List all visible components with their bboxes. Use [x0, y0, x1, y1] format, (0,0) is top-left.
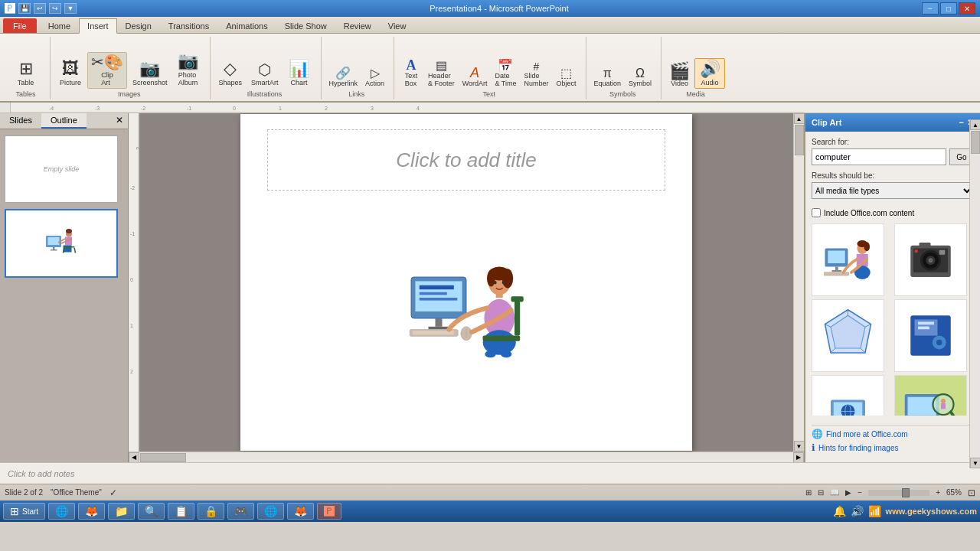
tab-design[interactable]: Design	[117, 18, 160, 33]
tab-outline[interactable]: Outline	[41, 113, 87, 129]
picture-button[interactable]: 🖼 Picture	[55, 58, 86, 89]
taskbar-ffox2[interactable]: 🦊	[287, 503, 314, 520]
audio-button[interactable]: 🔊 Audio	[694, 58, 725, 89]
action-button[interactable]: ▷ Action	[362, 66, 387, 89]
clipart-item-5[interactable]	[812, 375, 884, 416]
include-label[interactable]: Include Office.com content	[824, 209, 914, 217]
slide-thumb-2[interactable]: 2	[5, 209, 118, 278]
tab-insert[interactable]: Insert	[79, 18, 117, 34]
zoom-slider[interactable]	[868, 490, 929, 496]
close-button[interactable]: ✕	[959, 2, 975, 15]
scroll-up-arrow[interactable]: ▲	[794, 113, 805, 124]
svg-text:2: 2	[325, 106, 328, 111]
clipart-minimize-btn[interactable]: −	[959, 118, 964, 128]
find-more-link[interactable]: 🌐 Find more at Office.com	[812, 429, 974, 439]
maximize-button[interactable]: □	[940, 2, 957, 15]
taskbar-chrome[interactable]: 🌐	[257, 503, 284, 520]
ribbon-group-illustrations: ◇ Shapes ⬡ SmartArt 📊 Chart Illustration…	[212, 37, 322, 99]
watermark-text: www.geekyshows.com	[886, 507, 977, 516]
tab-animations[interactable]: Animations	[217, 18, 276, 33]
shapes-button[interactable]: ◇ Shapes	[215, 58, 247, 89]
results-dropdown[interactable]: All media file types	[812, 182, 974, 199]
tab-transitions[interactable]: Transitions	[160, 18, 217, 33]
svg-text:1: 1	[279, 106, 282, 111]
taskbar-ie[interactable]: 🌐	[48, 503, 75, 520]
horizontal-scroll-thumb[interactable]	[140, 453, 186, 462]
view-normal-btn[interactable]: ⊞	[805, 488, 812, 497]
textbox-button[interactable]: A TextBox	[399, 57, 423, 89]
smartart-button[interactable]: ⬡ SmartArt	[247, 60, 283, 89]
clipart-button[interactable]: ✂🎨 ClipArt	[87, 52, 127, 89]
hints-link[interactable]: ℹ Hints for finding images	[812, 442, 974, 453]
table-button[interactable]: ⊞ Table	[11, 58, 41, 89]
screenshot-button[interactable]: 📷 Screenshot	[129, 58, 172, 89]
tab-review[interactable]: Review	[335, 18, 380, 33]
scroll-down-arrow[interactable]: ▼	[794, 441, 805, 452]
taskbar-explorer[interactable]: 📁	[108, 503, 135, 520]
panel-scroll-up[interactable]: ▲	[970, 119, 980, 130]
slide-number-button[interactable]: # SlideNumber	[521, 60, 551, 89]
spellcheck-icon[interactable]: ✓	[109, 487, 117, 498]
slide-thumb-1[interactable]: 1 Empty slide	[5, 135, 118, 203]
wordart-label: WordArt	[462, 80, 488, 87]
zoom-in-btn[interactable]: +	[936, 488, 940, 497]
tray-icon-1[interactable]: 🔔	[833, 505, 846, 517]
clipart-item-6[interactable]	[894, 375, 967, 416]
wordart-button[interactable]: A WordArt	[459, 64, 491, 89]
minimize-button[interactable]: −	[922, 2, 939, 15]
taskbar-firefox[interactable]: 🦊	[78, 503, 105, 520]
taskbar-game[interactable]: 🎮	[227, 503, 254, 520]
tab-slides[interactable]: Slides	[0, 113, 41, 129]
taskbar-ppt[interactable]: 🅿	[317, 503, 341, 520]
tab-view[interactable]: View	[380, 18, 415, 33]
tray-icon-2[interactable]: 🔊	[851, 505, 864, 517]
scroll-thumb[interactable]	[795, 125, 804, 155]
slide-canvas[interactable]: Click to add title	[240, 114, 692, 451]
scroll-left-arrow[interactable]: ◀	[129, 452, 139, 463]
view-reading-btn[interactable]: 📖	[830, 488, 839, 497]
view-slideshow-btn[interactable]: ▶	[845, 488, 851, 497]
taskbar-lock[interactable]: 🔒	[198, 503, 224, 520]
scroll-right-arrow[interactable]: ▶	[793, 452, 804, 463]
action-label: Action	[365, 80, 384, 87]
clipart-item-2[interactable]	[894, 223, 967, 296]
taskbar-search[interactable]: 🔍	[138, 503, 165, 520]
fit-slide-btn[interactable]: ⊡	[968, 487, 975, 498]
quick-access-save[interactable]: 💾	[18, 3, 31, 14]
notes-bar[interactable]: Click to add notes	[0, 462, 980, 484]
quick-access-more[interactable]: ▼	[64, 3, 77, 14]
svg-rect-52	[514, 298, 520, 336]
tab-slideshow[interactable]: Slide Show	[276, 18, 335, 33]
clipart-item-1[interactable]	[812, 223, 884, 296]
bottom-scrollbar[interactable]: ◀ ▶	[129, 452, 804, 462]
clipart-item-4[interactable]	[894, 299, 967, 372]
clipart-item-3[interactable]	[812, 299, 884, 372]
clip-art-image[interactable]	[397, 229, 535, 367]
start-button[interactable]: ⊞ Start	[3, 503, 45, 520]
include-office-checkbox[interactable]	[812, 208, 821, 217]
datetime-button[interactable]: 📅 Date& Time	[492, 58, 519, 89]
slide-panel-close[interactable]: ✕	[111, 113, 128, 129]
header-footer-button[interactable]: ▤ Header& Footer	[425, 58, 458, 89]
zoom-out-btn[interactable]: −	[858, 488, 862, 497]
panel-scroll-down[interactable]: ▼	[970, 458, 980, 462]
view-slidesorter-btn[interactable]: ⊟	[818, 488, 824, 497]
taskbar-notes[interactable]: 📋	[168, 503, 194, 520]
equation-button[interactable]: π Equation	[591, 66, 625, 89]
object-button[interactable]: ⬚ Object	[554, 66, 580, 89]
tab-home[interactable]: Home	[40, 18, 79, 33]
quick-access-redo[interactable]: ↪	[49, 3, 61, 14]
title-placeholder[interactable]: Click to add title	[267, 129, 665, 191]
chart-button[interactable]: 📊 Chart	[284, 58, 315, 89]
panel-scrollbar[interactable]: ▲ ▼	[969, 119, 980, 462]
panel-scroll-thumb[interactable]	[971, 131, 980, 154]
tray-icon-3[interactable]: 📶	[868, 505, 881, 517]
symbol-button[interactable]: Ω Symbol	[626, 66, 655, 89]
tab-file[interactable]: File	[3, 18, 37, 33]
photo-album-button[interactable]: 📷 PhotoAlbum	[173, 51, 204, 89]
right-scrollbar[interactable]: ▲ ▼	[793, 113, 804, 452]
quick-access-undo[interactable]: ↩	[34, 3, 46, 14]
search-input[interactable]	[812, 148, 946, 165]
hyperlink-button[interactable]: 🔗 Hyperlink	[326, 66, 361, 89]
video-button[interactable]: 🎬 Video	[666, 61, 693, 89]
